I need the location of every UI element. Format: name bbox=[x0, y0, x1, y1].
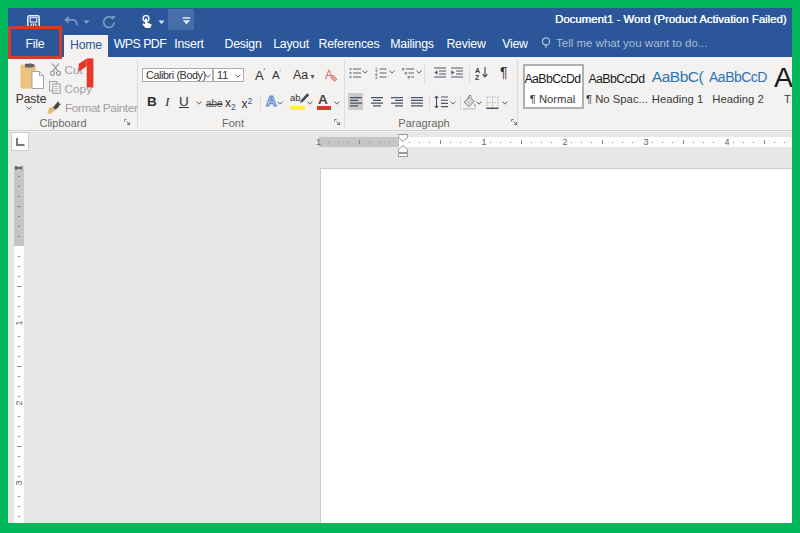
svg-text:A: A bbox=[325, 68, 333, 82]
svg-text:A: A bbox=[475, 67, 480, 74]
svg-text:3: 3 bbox=[375, 75, 378, 79]
svg-text:Z: Z bbox=[475, 74, 480, 80]
